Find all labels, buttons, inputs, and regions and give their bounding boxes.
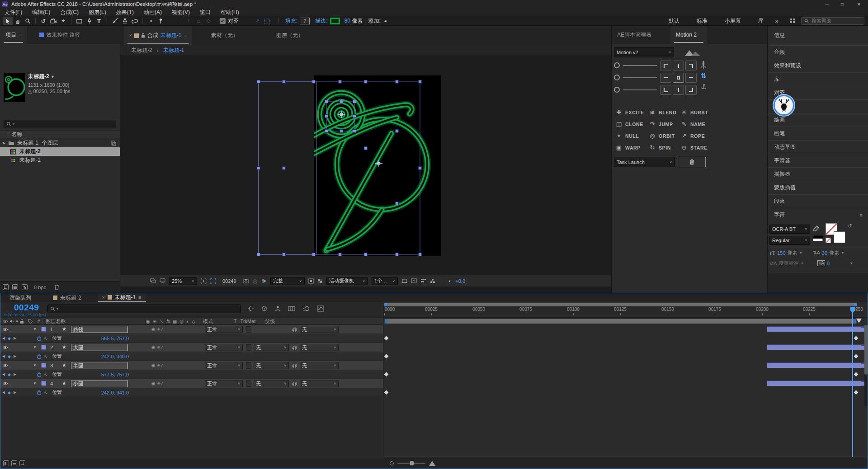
tab-composition[interactable]: × 合成 未标题-1 ≡ [124,26,192,45]
null-button[interactable]: ⌖NULL [615,132,639,140]
workspace-standard[interactable]: 标准 [697,17,708,25]
graph-icon[interactable]: ∿ [44,390,47,395]
stare-button[interactable]: ⊙STARE [680,144,708,151]
anchor-top-right-button[interactable] [685,61,697,70]
eraser-tool[interactable] [130,17,140,25]
selection-tool[interactable] [3,17,13,25]
eye-icon[interactable] [2,364,8,367]
lock-icon[interactable] [141,33,145,38]
tab-motion2[interactable]: Motion 2≡ [670,26,707,44]
fill-swatch[interactable]: ? [300,18,310,24]
warp-button[interactable]: ▣WARP [615,144,641,151]
stopwatch-icon[interactable] [37,372,42,377]
property-name[interactable]: 位置 [52,335,62,342]
project-item-name[interactable]: 未标题-2 [28,73,49,80]
swap-colors-icon[interactable]: ↺ [847,223,852,229]
resolution-select[interactable]: 完整∨ [270,277,305,285]
interpret-footage-icon[interactable] [3,284,9,290]
work-area-bar[interactable] [384,319,857,324]
eye-icon[interactable] [2,346,8,349]
motion-preset-select[interactable]: Motion v2∨ [614,47,674,57]
property-name[interactable]: 位置 [52,371,62,378]
menu-view[interactable]: 视图(V) [172,9,190,16]
menu-file[interactable]: 文件(F) [5,9,22,16]
panel-menu-icon[interactable]: ≡ [860,212,863,218]
jump-button[interactable]: ↷JUMP [649,121,673,127]
motion-blur-icon[interactable] [302,305,310,312]
prev-keyframe-icon[interactable]: ◀ [2,354,5,358]
main-viewer-icon[interactable] [160,278,165,283]
close-button[interactable]: ✕ [850,0,868,9]
property-name[interactable]: 位置 [52,389,62,396]
node-icon[interactable]: ↗ [252,17,262,25]
rotation-tool[interactable]: ↺ [38,17,48,25]
panel-audio[interactable]: 音频 [768,45,868,59]
keyframe-icon[interactable] [854,390,859,395]
slider-3[interactable] [614,86,659,94]
keyframe-toggle-icon[interactable]: ◆ [8,372,11,377]
expander-icon[interactable]: ▼ [33,345,37,349]
stopwatch-icon[interactable] [37,390,42,395]
mountains-icon[interactable] [684,48,701,56]
tab-project[interactable]: 项目≡ [0,26,27,44]
expand-transfer-controls-icon[interactable] [11,460,17,466]
layer-row-4[interactable]: ▼ 4 ★ 小圆 ◉ ✳ ∕ 正常∨ 无∨ @ 无∨ [0,379,383,388]
expander-icon[interactable]: ▼ [33,327,37,331]
roto-brush-tool[interactable]: ◑ [146,17,156,25]
new-composition-icon[interactable] [22,284,28,290]
pixel-aspect-icon[interactable] [411,278,417,283]
trash-icon[interactable] [54,284,59,290]
expander-icon[interactable]: ▼ [33,381,37,385]
mode-column-header[interactable]: 模式 [203,318,213,325]
tab-script-manager[interactable]: AE脚本管理器 [612,26,657,44]
excite-button[interactable]: ✚EXCITE [615,109,644,116]
name-button[interactable]: ✎NAME [680,121,705,127]
workspace-small-screen[interactable]: 小屏幕 [725,17,741,25]
help-search-box[interactable] [801,17,864,25]
layer-row-3[interactable]: ▼ 3 ★ 半圆 ◉ ✳ ∕ 正常∨ 无∨ @ 无∨ [0,361,383,370]
clone-stamp-tool[interactable] [120,17,130,25]
label-color-swatch[interactable] [41,345,46,350]
next-keyframe-icon[interactable]: ▶ [14,354,16,358]
marquee-icon[interactable]: ⣏⣹ [262,17,272,25]
keyframe-icon[interactable] [384,372,389,377]
eyedropper-icon[interactable] [813,225,820,232]
draft3d-icon[interactable] [261,305,268,312]
zoom-out-icon[interactable] [390,461,394,465]
layer-row-1[interactable]: ▼ 1 ★ 路径 ◉ ✳ ∕ 正常∨ @ 无∨ [0,325,383,334]
always-preview-icon[interactable] [150,278,156,283]
anchor-top-center-button[interactable] [673,61,684,70]
parent-pickwhip-icon[interactable]: @ [292,381,297,386]
stroke-color-swatch[interactable] [834,231,845,243]
type-tool[interactable]: T [94,17,104,25]
workspace-default[interactable]: 默认 [669,17,679,25]
anchor-mid-left-button[interactable] [660,73,671,83]
stopwatch-icon[interactable] [37,336,42,341]
graph-editor-icon[interactable] [317,305,324,312]
brush-tool[interactable] [110,17,120,25]
comp-viewport[interactable] [120,56,611,275]
close-tab-icon[interactable]: × [129,33,132,38]
blend-mode-select[interactable]: 正常∨ [205,362,243,369]
trkmat-select[interactable]: 无∨ [254,344,289,351]
expander-icon[interactable]: ▶ [3,141,5,145]
expand-layer-switches-icon[interactable] [3,460,9,466]
help-search-input[interactable] [811,18,857,23]
axis-mode-local-icon[interactable]: ↑ [184,17,193,25]
label-color-swatch[interactable] [41,327,46,332]
parent-pickwhip-icon[interactable]: @ [292,327,297,332]
parent-column-header[interactable]: 父级 [265,318,275,325]
transparency-grid-icon[interactable] [317,278,323,284]
anchor-top-left-button[interactable] [660,61,671,70]
layer-name[interactable]: 半圆 [71,362,128,369]
breadcrumb-parent[interactable]: 未标题-2 [131,47,152,54]
label-color-swatch[interactable] [41,363,46,368]
workspace-grid-icon[interactable] [788,17,797,25]
font-size-value[interactable]: 150 [777,250,785,256]
stopwatch-icon[interactable] [37,354,42,359]
layer-name[interactable]: 小圆 [71,380,128,387]
project-search-box[interactable]: ▾ [4,120,116,128]
slider-2[interactable] [614,74,659,81]
show-snapshot-icon[interactable]: ◎ [253,278,257,284]
property-row-1[interactable]: ◀ ◆ ▶ ∿ 位置 565.5, 757.0 [0,334,383,343]
